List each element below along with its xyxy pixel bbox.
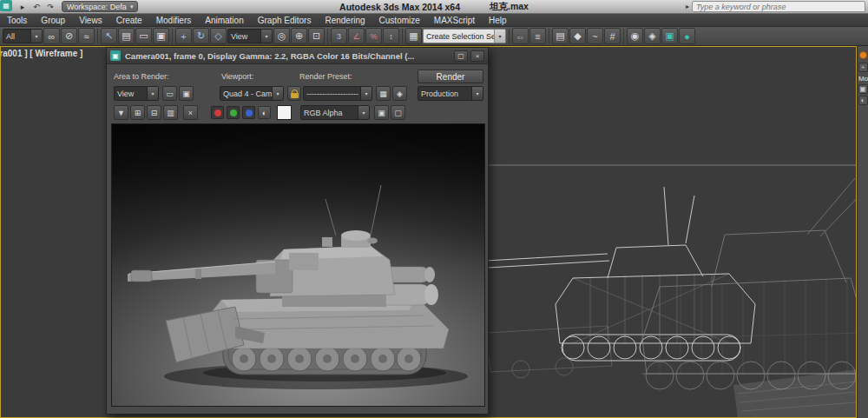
material-editor-icon[interactable]: ◉ (627, 28, 643, 44)
use-pivot-center-icon[interactable]: ◎ (273, 28, 290, 44)
save-image-icon[interactable]: ▼ (114, 105, 128, 120)
app-menu-icon[interactable]: ▦ (0, 0, 12, 11)
toggle-ui-overlays-icon[interactable]: ▣ (374, 105, 389, 120)
render-production-icon[interactable]: ● (679, 28, 695, 44)
channel-green-button[interactable] (227, 106, 240, 119)
menu-rendering[interactable]: Rendering (318, 14, 372, 27)
channel-blue-button[interactable] (242, 106, 255, 119)
undo-icon[interactable]: ↶ (30, 1, 43, 12)
environment-dialog-icon[interactable]: ◈ (392, 86, 407, 101)
select-by-name-icon[interactable]: ▤ (118, 28, 135, 44)
layer-manager-icon[interactable]: ▤ (552, 28, 569, 44)
render-preset-dropdown[interactable]: -------------------- ▾ (303, 86, 372, 101)
snap-toggle-3d-icon[interactable]: 3 (331, 28, 347, 44)
rendered-frame-window-icon[interactable]: ▣ (661, 28, 678, 44)
rendered-image[interactable] (111, 123, 485, 407)
search-input[interactable] (692, 1, 865, 12)
clear-image-icon[interactable]: × (183, 105, 198, 120)
lock-viewport-icon[interactable] (287, 86, 301, 101)
select-and-rotate-icon[interactable]: ↻ (193, 28, 209, 44)
copy-image-icon[interactable]: ⊞ (130, 105, 145, 120)
menu-graph-editors[interactable]: Graph Editors (251, 14, 319, 27)
render-button[interactable]: Render (418, 70, 483, 83)
app-window: ▦ ▢ ▸ ↶ ↷ Workspace: Defa ▾ Autodesk 3ds… (0, 0, 868, 418)
chevron-down-icon: ▾ (471, 87, 483, 100)
select-and-scale-icon[interactable]: ◇ (210, 28, 227, 44)
menu-modifiers[interactable]: Modifiers (149, 14, 199, 27)
toolbar-separator (509, 29, 510, 44)
redo-icon[interactable]: ↷ (44, 1, 56, 12)
print-image-icon[interactable]: ▥ (163, 105, 178, 120)
curve-editor-icon[interactable]: ~ (587, 28, 603, 44)
menu-help[interactable]: Help (482, 14, 514, 27)
maximize-button[interactable]: ▢ (454, 50, 468, 62)
close-button[interactable]: × (470, 50, 484, 62)
schematic-view-icon[interactable]: # (604, 28, 621, 44)
menu-customize[interactable]: Customize (372, 14, 427, 27)
monochrome-channel-icon[interactable]: ◐ (258, 106, 271, 119)
render-preset-label: Render Preset: (299, 72, 352, 81)
mirror-icon[interactable]: ⇔ (512, 28, 529, 44)
keyboard-override-icon[interactable]: ⊡ (308, 28, 325, 44)
render-mode-value: Production (418, 87, 471, 100)
workspace-dropdown[interactable]: Workspace: Defa ▾ (62, 1, 138, 12)
bind-to-spacewarp-icon[interactable]: ≈ (78, 28, 95, 44)
toolbar-separator (623, 29, 624, 44)
unlink-selection-icon[interactable]: ⊘ (61, 28, 77, 44)
create-tab-icon[interactable]: + (858, 63, 868, 72)
area-to-render-label: Area to Render: (114, 72, 169, 81)
chevron-down-icon: ▾ (358, 106, 369, 119)
menu-create[interactable]: Create (109, 14, 149, 27)
lock-shackle (292, 90, 298, 93)
clone-window-icon[interactable]: ⊟ (147, 105, 161, 120)
viewport-select-dropdown[interactable]: Quad 4 - Camera ▾ (220, 86, 284, 101)
select-and-manipulate-icon[interactable]: ⊕ (291, 28, 307, 44)
align-icon[interactable]: ≡ (529, 28, 546, 44)
angle-snap-icon[interactable]: ∠ (348, 28, 365, 44)
menu-maxscript[interactable]: MAXScript (427, 14, 482, 27)
command-panel-tab-icon[interactable] (859, 51, 867, 59)
select-object-icon[interactable]: ↖ (101, 28, 117, 44)
toolbar-separator (402, 29, 403, 44)
reference-coordinate-dropdown[interactable]: View ▾ (227, 29, 273, 43)
rendered-frame-window[interactable]: ▣ Camera001, frame 0, Display Gamma: 2.2… (106, 47, 489, 415)
selection-region-icon[interactable]: ▭ (135, 28, 152, 44)
menu-views[interactable]: Views (72, 14, 109, 27)
render-setup-small-icon[interactable]: ▦ (376, 86, 391, 101)
named-selection-set-dropdown[interactable]: Create Selection Set ▾ (423, 29, 506, 43)
background-color-swatch[interactable] (277, 105, 292, 120)
area-to-render-dropdown[interactable]: View ▾ (114, 86, 159, 101)
chevron-down-icon: ▾ (494, 30, 505, 43)
viewport-select-value: Quad 4 - Camera (220, 87, 272, 100)
channel-red-button[interactable] (211, 106, 224, 119)
panel-icon[interactable]: ▣ (858, 84, 868, 94)
toggle-ui-icon[interactable]: ▢ (391, 105, 405, 120)
menu-animation[interactable]: Animation (198, 14, 250, 27)
panel-icon[interactable]: ◐ (858, 96, 868, 105)
channel-display-dropdown[interactable]: RGB Alpha ▾ (300, 105, 370, 120)
graphite-tools-icon[interactable]: ◆ (569, 28, 586, 44)
render-mode-dropdown[interactable]: Production ▾ (418, 86, 483, 101)
menu-tools[interactable]: Tools (0, 14, 34, 27)
chevron-down-icon: ▾ (360, 87, 372, 100)
render-setup-icon[interactable]: ◈ (644, 28, 661, 44)
open-file-icon[interactable]: ▸ (16, 1, 29, 12)
edit-named-sets-icon[interactable]: ▦ (405, 28, 422, 44)
rendered-tank-model (112, 124, 485, 407)
menu-group[interactable]: Group (34, 14, 72, 27)
selection-filter-dropdown[interactable]: All ▾ (3, 29, 43, 43)
spinner-snap-icon[interactable]: ↕ (383, 28, 399, 44)
command-panel-strip[interactable]: + Modi ▣ ◐ (857, 46, 868, 418)
toolbar-separator (549, 29, 549, 44)
rfw-titlebar[interactable]: ▣ Camera001, frame 0, Display Gamma: 2.2… (107, 48, 488, 64)
edit-region-icon[interactable]: ▭ (162, 86, 177, 101)
chevron-down-icon: ▾ (272, 87, 283, 100)
select-and-move-icon[interactable]: + (175, 28, 192, 44)
select-and-link-icon[interactable]: ∞ (43, 28, 60, 44)
viewport-label[interactable]: [ Camera001 ] [ Wireframe ] (0, 49, 82, 58)
search-arrow-icon[interactable]: ▸ (686, 3, 689, 10)
percent-snap-icon[interactable]: % (365, 28, 382, 44)
auto-region-icon[interactable]: ▣ (179, 86, 194, 101)
window-crossing-icon[interactable]: ▣ (153, 28, 169, 44)
chevron-down-icon: ▾ (260, 30, 272, 43)
